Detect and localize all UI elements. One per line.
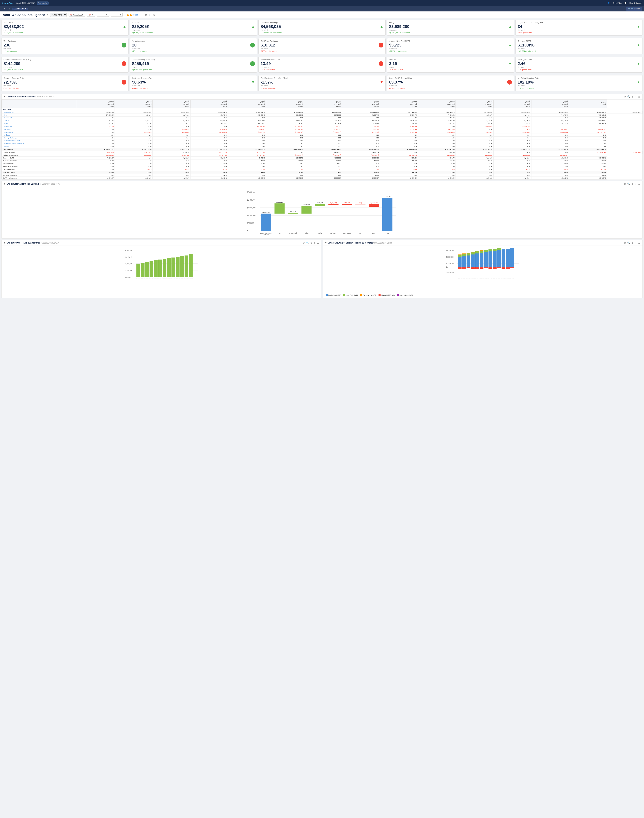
table-cell: $1,993,114.00 (304, 148, 342, 151)
clear-button[interactable]: 🔽 🔽 Clear (125, 13, 140, 17)
table-cell: 356.97 (456, 122, 494, 125)
svg-rect-46 (141, 263, 144, 277)
table-cell: 18,696.83 (342, 157, 380, 159)
kpi-value: 98.63% (132, 80, 146, 84)
kpi-label: Total SaaS Bookings (261, 21, 383, 24)
collapse-icon-growth[interactable]: ▼ (3, 242, 6, 244)
settings-icon-waterfall[interactable]: ☰ (638, 182, 641, 185)
dashboard-selector[interactable]: SaaS KPIs (50, 13, 66, 17)
svg-text:$(177,978): $(177,978) (370, 202, 378, 204)
filter-icon-breakdown[interactable]: ⚙ (624, 242, 626, 244)
kpi-up-arrow: ▲ (123, 25, 126, 29)
settings-icon-cmrr[interactable]: ☰ (638, 95, 641, 98)
kpi-card-1-0: Total Customers 236 this month +17 vs. p… (2, 38, 129, 54)
table-column-header: MonthEnding2/28/2019Actual (115, 100, 153, 108)
table-cell: 10,538.56 (418, 177, 456, 179)
kpi-card-1-1: New Customers 20 this month +15 vs. prio… (130, 38, 257, 54)
table-cell: 0.00 (494, 134, 532, 136)
table-cell: 2,276,328.46 (456, 111, 494, 114)
help-link[interactable]: Help & Support (629, 2, 642, 4)
search-button[interactable]: 🔍 🔍 Search (626, 7, 642, 11)
date-to-input[interactable]: 📅 ▾ (87, 13, 95, 17)
search-icon-cmrr[interactable]: 🔍 (627, 95, 630, 98)
kpi-down-red-arrow: ▼ (380, 80, 383, 84)
svg-text:$3,000,000: $3,000,000 (125, 250, 132, 251)
legend-color (360, 294, 362, 296)
filter-icon-cmrr[interactable]: ⚙ (624, 95, 626, 98)
download-icon-breakdown[interactable]: ⬇ (635, 242, 637, 244)
zoom-icon-waterfall[interactable]: ⊕ (632, 182, 633, 185)
download-icon-waterfall[interactable]: ⬇ (635, 182, 637, 185)
collapse-icon-breakdown[interactable]: ▼ (325, 242, 327, 244)
zoom-icon-growth[interactable]: ⊕ (310, 242, 312, 244)
app-logo: e AcctTwo (2, 2, 13, 5)
kpi-value-row: 236 (3, 43, 126, 47)
nav-home[interactable]: ⌂ (7, 8, 12, 10)
kpi-label: Customer Renewal Rate (3, 77, 126, 79)
table-cell: 10.00 (342, 174, 380, 177)
table-cell: 0.00 (153, 136, 190, 139)
level-badge[interactable]: Top level ▾ (37, 2, 49, 5)
filter-icon-waterfall[interactable]: ⚙ (624, 182, 626, 185)
collapse-icon-cmrr[interactable]: ▼ (3, 95, 6, 98)
print-icon[interactable]: 🖨 (153, 14, 155, 16)
search-icon-growth[interactable]: 🔍 (306, 242, 309, 244)
zoom-icon-cmrr[interactable]: ⊕ (632, 95, 633, 98)
svg-rect-121 (501, 267, 505, 269)
user-name[interactable]: Chris Price (613, 2, 622, 4)
chat-icon: 💬 (624, 2, 627, 4)
table-cell: 4,758.86 (77, 119, 115, 122)
table-cell: 1.00 (456, 162, 494, 165)
search-icon-breakdown[interactable]: 🔍 (627, 242, 630, 244)
filter-icon-growth[interactable]: ⚙ (302, 242, 305, 244)
table-cell: 6,808.75 (418, 157, 456, 159)
download-icon-cmrr[interactable]: ⬇ (635, 95, 637, 98)
table-cell: 9,217.96 (115, 114, 153, 116)
svg-text:$600,000: $600,000 (125, 276, 131, 278)
copy-icon[interactable]: 📋 (149, 14, 151, 16)
svg-rect-97 (471, 253, 475, 254)
svg-rect-86 (458, 267, 462, 269)
date-from-input[interactable]: 📅 01/01/2020 (69, 13, 85, 17)
add-icon[interactable]: + (142, 14, 144, 16)
nav-favorites[interactable]: ★ (2, 8, 7, 10)
settings-icon-breakdown[interactable]: ☰ (638, 242, 641, 244)
table-cell: 3.00 (266, 162, 304, 165)
search-icon: 🔍 (628, 8, 630, 10)
table-header-row: MonthEnding1/31/2019ActualMonthEnding2/2… (2, 100, 642, 108)
table-cell: 0.00 (494, 116, 532, 119)
search-icon-waterfall[interactable]: 🔍 (627, 182, 630, 185)
table-cell: 6,013.04 (190, 122, 228, 125)
filter-input-2[interactable]: ───── ▾ (111, 13, 123, 17)
svg-text:07/2019: 07/2019 (158, 279, 162, 280)
table-cell: 0.00 (342, 136, 380, 139)
kpi-value-row: $2,433,802 ▲ (3, 24, 126, 29)
table-cell: 11.00 (190, 162, 228, 165)
download-icon-growth[interactable]: ⬇ (314, 242, 316, 244)
settings-icon-growth[interactable]: ☰ (317, 242, 319, 244)
table-cell: (10.21) (77, 125, 115, 128)
collapse-icon-waterfall[interactable]: ▼ (3, 183, 6, 185)
kpi-period: this quarter (389, 66, 512, 68)
nav-dashboards[interactable]: Dashboards ▾ (12, 8, 28, 10)
top-nav: e AcctTwo SaaS Base Company Top level ▾ … (0, 0, 644, 6)
table-cell: 0.00 (115, 165, 153, 168)
table-cell: $2,433,802.74 (569, 148, 607, 151)
dropdown-icon: ▾ (92, 14, 94, 16)
svg-text:Beginning CMRR: Beginning CMRR (260, 232, 272, 234)
table-cell: 0.00 (342, 145, 380, 148)
breakdown-chart-container: $3,000,000 $2,000,000 $1,000,000 $0 -$1,… (323, 246, 642, 293)
table-row: Beginning CMRR701,619.861,289,113.171,29… (2, 111, 642, 114)
svg-text:09/2019: 09/2019 (484, 279, 488, 280)
settings-icon[interactable]: ⚙ (145, 14, 147, 16)
table-cell: (5,709.50) (380, 125, 418, 128)
table-cell: 701,619.86 (77, 111, 115, 114)
svg-rect-113 (488, 267, 492, 269)
zoom-icon-breakdown[interactable]: ⊕ (632, 242, 633, 244)
table-cell: 9.00 (380, 162, 418, 165)
filter-input[interactable]: ───── ▾ (97, 13, 109, 17)
table-row-label: Recovered (2, 116, 77, 119)
kpi-period: this month (518, 48, 641, 50)
bar-uplift (315, 204, 325, 206)
bar-new (274, 204, 285, 214)
